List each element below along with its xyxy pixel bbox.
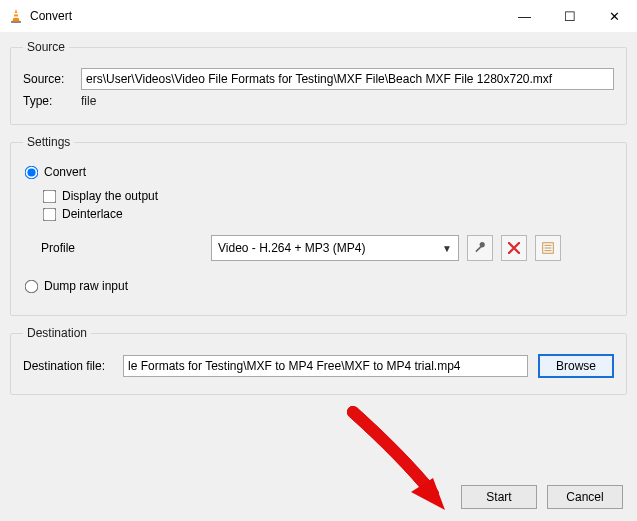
svg-marker-0 — [13, 9, 20, 21]
destination-file-field[interactable]: le Formats for Testing\MXF to MP4 Free\M… — [123, 355, 528, 377]
cancel-button[interactable]: Cancel — [547, 485, 623, 509]
source-group: Source Source: ers\User\Videos\Video Fil… — [10, 40, 627, 125]
svg-rect-1 — [14, 13, 19, 14]
list-icon — [541, 241, 555, 255]
client-area: Source Source: ers\User\Videos\Video Fil… — [0, 32, 637, 521]
type-value: file — [81, 94, 96, 108]
minimize-icon: — — [518, 9, 531, 24]
source-label: Source: — [23, 72, 81, 86]
vlc-cone-icon — [8, 8, 24, 24]
svg-marker-8 — [411, 478, 445, 510]
convert-radio-label: Convert — [44, 165, 86, 179]
deinterlace-checkbox[interactable]: Deinterlace — [41, 207, 614, 221]
settings-group: Settings Convert Display the output Dein… — [10, 135, 627, 316]
convert-radio-input[interactable] — [25, 165, 39, 179]
convert-radio[interactable]: Convert — [23, 165, 614, 179]
chevron-down-icon: ▼ — [442, 243, 452, 254]
type-label: Type: — [23, 94, 81, 108]
source-legend: Source — [23, 40, 69, 54]
window-title: Convert — [30, 9, 72, 23]
dump-raw-label: Dump raw input — [44, 279, 128, 293]
svg-rect-2 — [13, 16, 19, 17]
close-icon: ✕ — [609, 9, 620, 24]
display-output-checkbox[interactable]: Display the output — [41, 189, 614, 203]
profile-label: Profile — [41, 241, 211, 255]
destination-legend: Destination — [23, 326, 91, 340]
edit-profile-button[interactable] — [467, 235, 493, 261]
maximize-icon: ☐ — [564, 9, 576, 24]
x-icon — [508, 242, 520, 254]
destination-label: Destination file: — [23, 359, 123, 373]
start-button[interactable]: Start — [461, 485, 537, 509]
dump-raw-radio-input[interactable] — [25, 279, 39, 293]
svg-rect-3 — [11, 21, 21, 23]
maximize-button[interactable]: ☐ — [547, 1, 592, 31]
minimize-button[interactable]: — — [502, 1, 547, 31]
wrench-icon — [473, 241, 487, 255]
titlebar: Convert — ☐ ✕ — [0, 0, 637, 32]
delete-profile-button[interactable] — [501, 235, 527, 261]
deinterlace-label: Deinterlace — [62, 207, 123, 221]
close-button[interactable]: ✕ — [592, 1, 637, 31]
browse-button[interactable]: Browse — [538, 354, 614, 378]
display-output-checkbox-input[interactable] — [43, 189, 57, 203]
dump-raw-radio[interactable]: Dump raw input — [23, 279, 614, 293]
display-output-label: Display the output — [62, 189, 158, 203]
destination-group: Destination Destination file: le Formats… — [10, 326, 627, 395]
profile-value: Video - H.264 + MP3 (MP4) — [218, 241, 366, 255]
dialog-footer: Start Cancel — [461, 485, 623, 509]
source-path-field[interactable]: ers\User\Videos\Video File Formats for T… — [81, 68, 614, 90]
settings-legend: Settings — [23, 135, 74, 149]
profile-combobox[interactable]: Video - H.264 + MP3 (MP4) ▼ — [211, 235, 459, 261]
new-profile-button[interactable] — [535, 235, 561, 261]
deinterlace-checkbox-input[interactable] — [43, 207, 57, 221]
